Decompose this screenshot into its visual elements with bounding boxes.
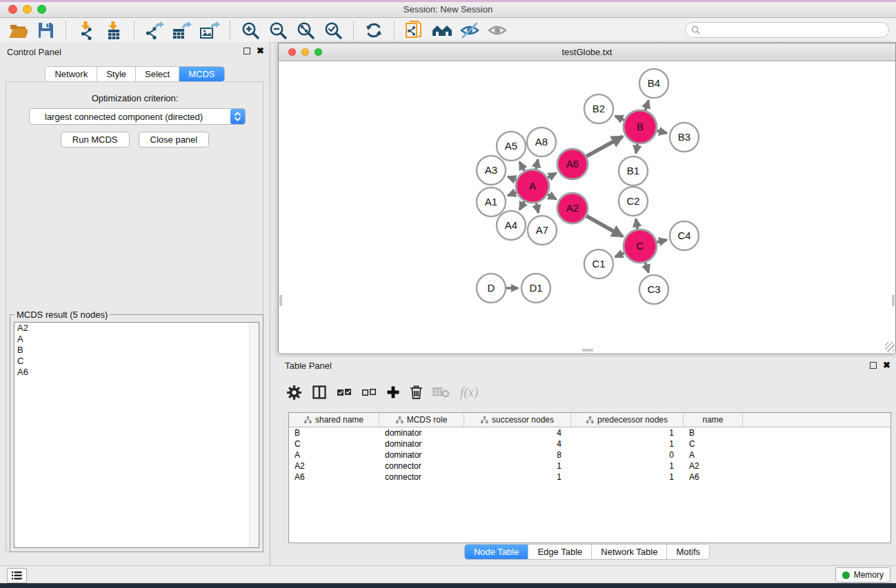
save-session-icon[interactable] [32,19,59,41]
network-canvas[interactable]: B4B2BB3B1A5A8A3A6AA1C2A4A7A2CC4C1C3DD1 [279,61,895,353]
task-history-button[interactable] [7,568,27,583]
memory-button[interactable]: Memory [835,567,890,582]
table-row[interactable]: Adominator80A [289,449,890,460]
network-close-button[interactable] [288,48,296,56]
network-edge-A-A5[interactable] [519,162,524,171]
table-float-panel-icon[interactable] [870,362,877,369]
network-edge-B-B1[interactable] [636,144,637,154]
network-node-B1[interactable]: B1 [619,156,648,185]
table-cell[interactable]: connector [379,472,464,482]
tab-network[interactable]: Network [46,67,97,81]
select-all-rows-icon[interactable] [337,387,352,398]
network-edge-B-B2[interactable] [615,116,624,120]
close-panel-icon[interactable]: ✖ [257,47,264,55]
deselect-all-rows-icon[interactable] [361,387,377,398]
table-cell[interactable]: A2 [289,461,379,471]
table-cell[interactable]: 1 [464,472,571,482]
network-node-A2[interactable]: A2 [557,193,588,223]
show-all-icon[interactable] [484,19,511,41]
table-row[interactable]: Bdominator41B [289,427,890,438]
tab-select[interactable]: Select [136,67,179,81]
network-edge-A6-B[interactable] [586,136,622,156]
import-network-icon[interactable] [72,19,100,41]
network-edge-C-C1[interactable] [615,253,624,257]
tab-mcds[interactable]: MCDS [179,67,223,81]
network-node-B3[interactable]: B3 [670,123,699,152]
table-cell[interactable]: connector [379,461,464,471]
table-cell[interactable]: 1 [464,461,571,471]
float-panel-icon[interactable] [243,48,250,54]
export-network-icon[interactable] [141,19,168,41]
network-edge-A-A3[interactable] [508,176,516,180]
zoom-fit-icon[interactable] [292,19,319,41]
zoom-out-icon[interactable] [264,19,292,41]
network-node-A[interactable]: A [516,170,549,203]
table-cell[interactable]: 8 [464,450,571,460]
column-header-shared-name[interactable]: shared name [289,413,379,427]
search-box[interactable] [685,22,889,38]
close-panel-button[interactable]: Close panel [139,132,210,148]
network-edge-A2-C[interactable] [586,216,623,236]
network-edge-C-C3[interactable] [646,263,649,272]
network-node-B4[interactable]: B4 [639,69,668,98]
table-cell[interactable]: B [684,428,743,438]
table-cell[interactable]: dominator [379,450,464,460]
mcds-result-item[interactable]: A [14,334,259,345]
network-node-A7[interactable]: A7 [528,216,557,245]
mcds-result-scrollbar[interactable] [249,323,259,547]
network-node-C2[interactable]: C2 [619,187,648,216]
table-cell[interactable]: dominator [379,439,464,449]
network-window-title-bar[interactable]: testGlobe.txt [279,43,895,61]
table-cell[interactable]: C [684,439,743,449]
table-cell[interactable]: A6 [684,472,743,482]
table-cell[interactable]: C [289,439,379,449]
network-node-B[interactable]: B [624,110,657,143]
close-window-button[interactable] [8,5,17,14]
new-network-from-selection-icon[interactable] [401,19,428,41]
column-header-predecessor-nodes[interactable]: predecessor nodes [571,413,684,427]
export-table-icon[interactable] [168,19,196,41]
table-cell[interactable]: 0 [571,450,684,460]
network-edge-A-A1[interactable] [508,192,516,196]
network-edge-A-A6[interactable] [548,173,556,178]
table-cell[interactable]: B [289,428,379,438]
open-file-icon[interactable] [4,19,32,41]
network-node-A4[interactable]: A4 [497,211,526,240]
table-cell[interactable]: 1 [571,439,684,449]
first-neighbors-icon[interactable] [428,19,456,41]
table-cell[interactable]: 1 [571,428,684,438]
zoom-in-icon[interactable] [237,19,264,41]
table-cell[interactable]: 4 [464,439,571,449]
network-edge-A-A4[interactable] [519,201,524,210]
table-row[interactable]: A2connector11A2 [289,460,890,472]
mcds-result-item[interactable]: A6 [14,367,259,378]
delete-column-icon[interactable] [410,385,423,400]
table-cell[interactable]: A6 [289,472,379,482]
criterion-select[interactable]: largest connected component (directed) [29,108,246,125]
tab-motifs[interactable]: Motifs [667,545,709,559]
network-zoom-button[interactable] [315,48,322,56]
network-node-B2[interactable]: B2 [584,94,613,123]
table-cell[interactable]: 1 [571,472,684,482]
network-node-A5[interactable]: A5 [497,132,526,161]
mcds-result-item[interactable]: C [14,356,259,367]
network-edge-B-B4[interactable] [646,101,649,110]
minimize-window-button[interactable] [23,5,32,14]
network-edge-B-B3[interactable] [657,131,666,133]
column-header-MCDS-role[interactable]: MCDS role [379,413,464,427]
table-cell[interactable]: 4 [464,428,571,438]
show-column-icon[interactable] [312,385,327,400]
network-node-D[interactable]: D [477,274,506,303]
table-cell[interactable]: A2 [684,461,743,471]
tab-edge-table[interactable]: Edge Table [528,545,592,559]
export-image-icon[interactable] [196,19,223,41]
tab-style[interactable]: Style [97,67,136,81]
refresh-layout-icon[interactable] [360,19,388,41]
tab-node-table[interactable]: Node Table [465,545,529,559]
zoom-window-button[interactable] [37,5,46,14]
network-node-A8[interactable]: A8 [527,128,556,156]
zoom-selected-icon[interactable] [319,19,347,41]
network-node-A1[interactable]: A1 [477,187,506,216]
window-resize-grip[interactable] [885,342,895,352]
network-edge-C-C2[interactable] [636,219,637,230]
